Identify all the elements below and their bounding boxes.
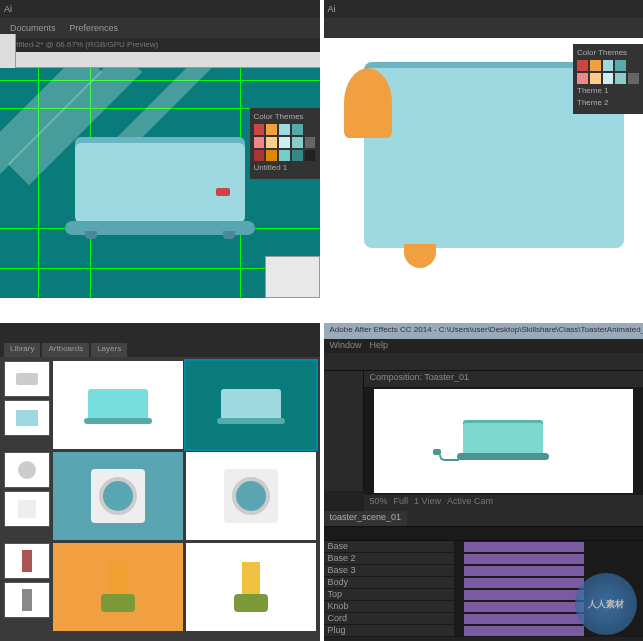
ruler-horizontal[interactable] [0, 52, 320, 68]
mini-thumb[interactable] [4, 543, 50, 579]
comp-tab-label: Composition: Toaster_01 [370, 372, 469, 382]
mini-thumb[interactable] [4, 400, 50, 436]
comp-tab[interactable]: Composition: Toaster_01 [364, 371, 644, 387]
thumbnail-strip [4, 361, 50, 449]
asset-cell-washer[interactable] [53, 452, 183, 540]
toaster-body [75, 143, 245, 223]
asset-browser-panel: Library Artboards Layers [0, 323, 320, 642]
layer-clip[interactable] [464, 578, 584, 588]
layer-name: Base 2 [328, 553, 356, 563]
toolbar[interactable] [324, 18, 644, 38]
panel-title: Color Themes [577, 48, 639, 57]
tool-bar[interactable] [324, 353, 644, 371]
layer-name: Cord [328, 613, 348, 623]
thumbnail-strip [4, 452, 50, 540]
swatch-row[interactable] [254, 124, 316, 135]
mini-thumb[interactable] [4, 452, 50, 488]
menu-documents[interactable]: Documents [6, 22, 60, 34]
app-logo: Ai [4, 4, 12, 14]
timeline-tab-bar: toaster_scene_01 [324, 511, 644, 527]
canvas[interactable]: Color Themes Untitled 1 [0, 68, 320, 298]
swatch-row[interactable] [254, 150, 316, 161]
tab-bar: Library Artboards Layers [0, 341, 320, 357]
camera-control[interactable]: Active Cam [447, 496, 493, 510]
document-tab[interactable]: Untitled-2* @ 66.67% (RGB/GPU Preview) [0, 38, 320, 52]
asset-cell-vacuum[interactable] [186, 543, 316, 631]
guide-line[interactable] [0, 80, 320, 81]
asset-grid [0, 357, 320, 617]
app-bar: Ai [324, 0, 644, 18]
swatch-label: Untitled 1 [254, 163, 316, 172]
tab-layers[interactable]: Layers [91, 343, 127, 357]
video-thumbnail[interactable] [265, 256, 320, 298]
window-title: Adobe After Effects CC 2014 - C:\Users\u… [324, 323, 644, 339]
layer-name: Top [328, 589, 343, 599]
toaster-foot [223, 231, 235, 239]
viewer[interactable] [374, 389, 634, 493]
menu-preferences[interactable]: Preferences [66, 22, 123, 34]
thumbnail-strip [4, 543, 50, 631]
canvas[interactable]: Color Themes Theme 1 Theme 2 [324, 38, 644, 288]
toaster-artwork[interactable] [60, 123, 260, 243]
layer-clip[interactable] [464, 566, 584, 576]
swatch-row[interactable] [577, 60, 639, 71]
layer-clip[interactable] [464, 614, 584, 624]
composition-panel: Composition: Toaster_01 50% Full 1 View … [364, 371, 644, 511]
app-bar: Ai [0, 0, 320, 18]
menu-help[interactable]: Help [370, 340, 389, 352]
asset-cell-vacuum[interactable] [53, 543, 183, 631]
viewer-controls: 50% Full 1 View Active Cam [364, 495, 644, 511]
toaster-render [453, 419, 553, 463]
time-ruler[interactable] [324, 527, 644, 541]
layer-name: Base [328, 541, 349, 551]
layer-row[interactable]: Base [324, 541, 644, 553]
after-effects-panel: Adobe After Effects CC 2014 - C:\Users\u… [324, 323, 644, 642]
layer-row[interactable]: Base 2 [324, 553, 644, 565]
menu-window[interactable]: Window [330, 340, 362, 352]
zoom-control[interactable]: 50% [370, 496, 388, 510]
watermark-text: 人人素材 [588, 598, 624, 611]
layer-clip[interactable] [464, 626, 584, 636]
toaster-base [65, 221, 255, 235]
toolbar[interactable]: Documents Preferences [0, 18, 320, 38]
layer-name: Plug [328, 625, 346, 635]
app-bar [0, 323, 320, 341]
asset-cell-toaster[interactable] [53, 361, 183, 449]
layer-name: Knob [328, 601, 349, 611]
illustrator-panel-2: Ai Color Themes Theme 1 Theme 2 [324, 0, 644, 319]
toaster-foot [85, 231, 97, 239]
project-panel[interactable] [324, 371, 364, 491]
swatch-label: Theme 1 [577, 86, 639, 95]
swatch-label: Theme 2 [577, 98, 639, 107]
color-themes-panel[interactable]: Color Themes Untitled 1 [250, 108, 320, 179]
layer-name: Base 3 [328, 565, 356, 575]
watermark-logo: 人人素材 [575, 573, 637, 635]
couch-leg [404, 244, 436, 268]
layer-clip[interactable] [464, 590, 584, 600]
timeline-tab[interactable]: toaster_scene_01 [324, 511, 408, 526]
mini-thumb[interactable] [4, 582, 50, 618]
menu-bar: Window Help [324, 339, 644, 353]
layer-clip[interactable] [464, 602, 584, 612]
swatch-row[interactable] [254, 137, 316, 148]
illustrator-panel-1: Ai Documents Preferences Untitled-2* @ 6… [0, 0, 320, 319]
mini-thumb[interactable] [4, 491, 50, 527]
asset-cell-washer[interactable] [186, 452, 316, 540]
swatch-row[interactable] [577, 73, 639, 84]
tab-library[interactable]: Library [4, 343, 40, 357]
panel-title: Color Themes [254, 112, 316, 121]
couch-arm [344, 68, 392, 138]
color-themes-panel[interactable]: Color Themes Theme 1 Theme 2 [573, 44, 643, 114]
layer-clip[interactable] [464, 542, 584, 552]
view-layout[interactable]: 1 View [414, 496, 441, 510]
layer-name: Body [328, 577, 349, 587]
mini-thumb[interactable] [4, 361, 50, 397]
resolution-control[interactable]: Full [394, 496, 409, 510]
tab-artboards[interactable]: Artboards [42, 343, 89, 357]
app-logo: Ai [328, 4, 336, 14]
asset-cell-toaster-selected[interactable] [186, 361, 316, 449]
toaster-knob [216, 188, 230, 196]
layer-clip[interactable] [464, 554, 584, 564]
